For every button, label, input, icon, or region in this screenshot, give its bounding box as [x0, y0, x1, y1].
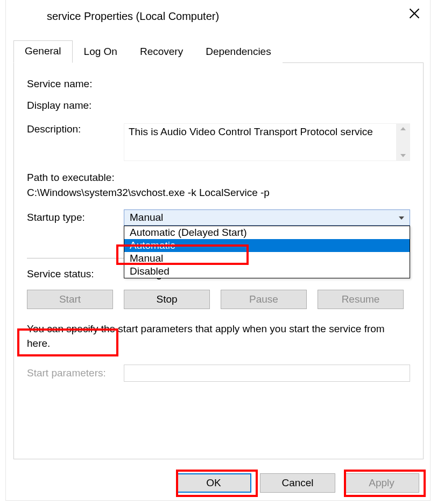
path-value: C:\Windows\system32\svchost.exe -k Local…	[27, 187, 410, 199]
stop-button[interactable]: Stop	[124, 290, 210, 309]
startup-type-value: Manual	[130, 212, 163, 223]
tab-log-on[interactable]: Log On	[73, 41, 129, 63]
display-name-label: Display name:	[27, 100, 124, 111]
scroll-down-icon[interactable]	[400, 154, 406, 157]
startup-type-selected[interactable]: Manual	[124, 209, 410, 226]
service-properties-dialog: service Properties (Local Computer) Gene…	[5, 0, 431, 501]
startup-type-label: Startup type:	[27, 212, 124, 223]
cancel-button[interactable]: Cancel	[260, 473, 335, 493]
service-status-label: Service status:	[27, 268, 124, 280]
tab-recovery[interactable]: Recovery	[129, 41, 194, 63]
description-label: Description:	[27, 123, 124, 135]
start-parameters-input[interactable]	[124, 365, 410, 382]
start-parameters-label: Start parameters:	[27, 367, 124, 379]
service-control-buttons: Start Stop Pause Resume	[27, 290, 410, 309]
startup-option-delayed[interactable]: Automatic (Delayed Start)	[124, 226, 410, 239]
tab-dependencies[interactable]: Dependencies	[194, 41, 282, 63]
startup-option-manual[interactable]: Manual	[124, 252, 410, 265]
path-label: Path to executable:	[27, 172, 410, 184]
general-panel: Service name: Display name: Description:…	[13, 63, 424, 459]
ok-button[interactable]: OK	[176, 473, 251, 493]
description-box: This is Audio Video Control Transport Pr…	[124, 123, 410, 161]
startup-type-dropdown[interactable]: Automatic (Delayed Start) Automatic Manu…	[124, 226, 410, 278]
tab-strip: General Log On Recovery Dependencies	[13, 40, 424, 63]
start-parameters-hint: You can specify the start parameters tha…	[27, 322, 410, 351]
description-scrollbar[interactable]	[396, 124, 410, 160]
start-button[interactable]: Start	[27, 290, 113, 309]
titlebar: service Properties (Local Computer)	[6, 0, 430, 32]
startup-option-automatic[interactable]: Automatic	[124, 239, 410, 252]
description-text: This is Audio Video Control Transport Pr…	[129, 126, 373, 137]
dialog-footer-buttons: OK Cancel Apply	[176, 473, 419, 493]
scroll-up-icon[interactable]	[400, 127, 406, 130]
service-name-label: Service name:	[27, 78, 124, 90]
startup-type-combo[interactable]: Manual Automatic (Delayed Start) Automat…	[124, 209, 410, 226]
startup-option-disabled[interactable]: Disabled	[124, 265, 410, 278]
pause-button[interactable]: Pause	[221, 290, 307, 309]
close-icon[interactable]	[408, 8, 420, 19]
apply-button[interactable]: Apply	[344, 473, 419, 493]
resume-button[interactable]: Resume	[318, 290, 404, 309]
dialog-title: service Properties (Local Computer)	[47, 10, 219, 23]
chevron-down-icon	[399, 216, 404, 220]
tab-general[interactable]: General	[13, 40, 73, 63]
